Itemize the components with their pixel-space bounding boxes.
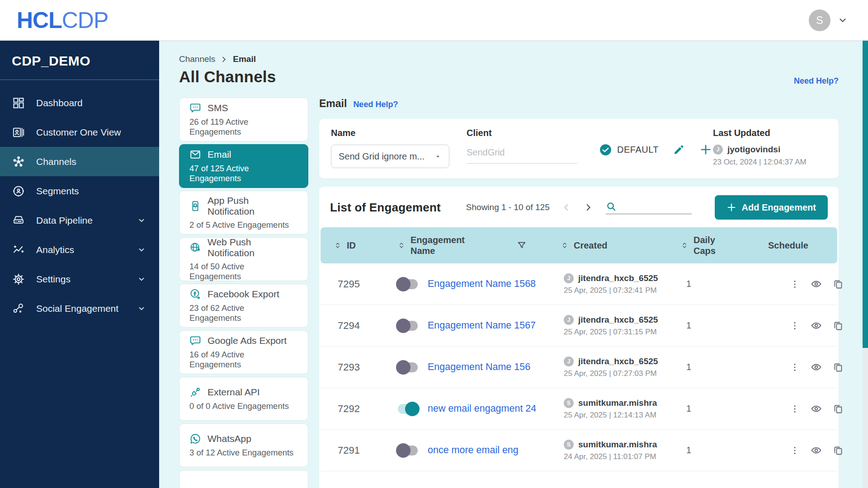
app-push-icon bbox=[189, 200, 201, 212]
client-input[interactable] bbox=[467, 142, 577, 164]
prev-page-icon[interactable] bbox=[561, 202, 571, 212]
channel-name: WhatsApp bbox=[208, 433, 251, 444]
search-box[interactable] bbox=[606, 201, 692, 214]
filter-funnel-icon[interactable] bbox=[517, 240, 527, 250]
copy-icon[interactable] bbox=[833, 320, 844, 331]
chevron-down-icon[interactable] bbox=[137, 275, 146, 283]
created-by: jitendra_hxcb_6525 bbox=[578, 357, 658, 366]
created-by: jitendra_hxcb_6525 bbox=[578, 315, 658, 325]
edit-pencil-icon[interactable] bbox=[673, 144, 685, 155]
add-plus-icon[interactable] bbox=[699, 143, 712, 156]
updated-by: jyotigovindsi bbox=[727, 145, 780, 155]
kebab-menu-icon[interactable] bbox=[790, 279, 800, 289]
copy-icon[interactable] bbox=[833, 445, 844, 456]
sidebar-item-label: Channels bbox=[36, 156, 76, 167]
copy-icon[interactable] bbox=[833, 279, 844, 290]
eye-icon[interactable] bbox=[811, 320, 822, 331]
column-header-id: ID bbox=[347, 240, 356, 251]
kebab-menu-icon[interactable] bbox=[790, 362, 800, 372]
sidebar-item-label: Segments bbox=[36, 186, 79, 197]
eye-icon[interactable] bbox=[811, 278, 822, 290]
channel-name: Web Push Notification bbox=[208, 237, 298, 258]
chevron-down-icon[interactable] bbox=[838, 15, 848, 25]
eye-icon[interactable] bbox=[811, 361, 822, 373]
channel-card-partial[interactable] bbox=[179, 470, 308, 488]
logo-secondary: CDP bbox=[62, 8, 108, 33]
engagement-name-link[interactable]: Engagement Name 1567 bbox=[428, 320, 536, 331]
column-header-daily-caps: Daily Caps bbox=[693, 235, 722, 256]
engagement-name-link[interactable]: new email engagment 24 bbox=[428, 403, 536, 414]
copy-icon[interactable] bbox=[833, 362, 844, 373]
sidebar-item-social-engagement[interactable]: Social Engagement bbox=[0, 294, 159, 323]
channel-card-facebook-export[interactable]: Facebook Export 23 of 62 Active Engageme… bbox=[179, 284, 308, 328]
chevron-down-icon[interactable] bbox=[137, 305, 146, 313]
kebab-menu-icon[interactable] bbox=[790, 404, 800, 414]
table-header: ID Engagement Name bbox=[321, 227, 837, 263]
sidebar-item-settings[interactable]: Settings bbox=[0, 264, 159, 294]
engagement-id: 7295 bbox=[321, 278, 382, 290]
social-engagement-icon bbox=[12, 302, 25, 315]
sort-icon[interactable] bbox=[561, 240, 568, 250]
web-push-icon bbox=[189, 242, 201, 253]
chevron-down-icon[interactable] bbox=[137, 246, 146, 254]
engagement-id: 7291 bbox=[321, 445, 382, 456]
sort-icon[interactable] bbox=[681, 240, 688, 250]
engagement-toggle[interactable] bbox=[398, 321, 418, 331]
workspace-title: CDP_DEMO bbox=[0, 41, 159, 80]
channel-card-app-push[interactable]: App Push Notification 2 of 5 Active Enga… bbox=[179, 191, 308, 235]
sidebar-item-label: Customer One View bbox=[36, 127, 121, 138]
search-input[interactable] bbox=[621, 202, 689, 211]
channel-card-external-api[interactable]: External API 0 of 0 Active Engagements bbox=[179, 377, 308, 421]
created-at: 25 Apr, 2025 | 07:27:03 PM bbox=[564, 369, 666, 378]
need-help-link[interactable]: Need Help? bbox=[353, 100, 398, 109]
sidebar-item-label: Settings bbox=[36, 274, 71, 285]
kebab-menu-icon[interactable] bbox=[790, 321, 800, 331]
next-page-icon[interactable] bbox=[583, 202, 593, 212]
avatar[interactable]: S bbox=[809, 9, 830, 31]
scrollbar-thumb[interactable] bbox=[863, 41, 868, 348]
engagement-name-link[interactable]: Engagement Name 1568 bbox=[428, 278, 536, 290]
pagination-summary: Showing 1 - 10 of 125 bbox=[466, 202, 550, 212]
channel-card-sms[interactable]: SMS 26 of 119 Active Engagements bbox=[179, 98, 308, 141]
channel-card-google-ads-export[interactable]: Google Ads Export 16 of 49 Active Engage… bbox=[179, 330, 308, 374]
sidebar-item-label: Analytics bbox=[36, 244, 74, 255]
avatar: S bbox=[564, 398, 574, 408]
sidebar-item-data-pipeline[interactable]: Data Pipeline bbox=[0, 206, 159, 235]
sidebar-item-channels[interactable]: Channels bbox=[0, 147, 159, 176]
scrollbar[interactable] bbox=[863, 41, 868, 488]
eye-icon[interactable] bbox=[811, 403, 822, 414]
chevron-right-icon bbox=[221, 56, 227, 63]
last-updated-label: Last Updated bbox=[713, 128, 827, 138]
engagement-name-link[interactable]: once more email eng bbox=[428, 445, 519, 456]
channel-list: SMS 26 of 119 Active Engagements Email 4… bbox=[179, 98, 308, 488]
name-select[interactable]: Send Grid ignore m... bbox=[331, 145, 449, 168]
user-menu[interactable]: S bbox=[809, 9, 848, 31]
sidebar-item-dashboard[interactable]: Dashboard bbox=[0, 88, 159, 117]
channel-stats: 2 of 5 Active Engagements bbox=[189, 220, 298, 230]
need-help-link[interactable]: Need Help? bbox=[794, 76, 839, 86]
copy-icon[interactable] bbox=[833, 404, 844, 414]
engagement-toggle[interactable] bbox=[398, 446, 418, 455]
add-engagement-button[interactable]: Add Engagement bbox=[715, 195, 828, 220]
engagement-toggle[interactable] bbox=[398, 279, 418, 289]
kebab-menu-icon[interactable] bbox=[790, 446, 800, 455]
channel-card-email[interactable]: Email 47 of 125 Active Engagements bbox=[179, 144, 308, 188]
created-at: 24 Apr, 2025 | 11:01:07 PM bbox=[564, 452, 666, 461]
sidebar-item-customer-one-view[interactable]: Customer One View bbox=[0, 117, 159, 147]
chevron-down-icon[interactable] bbox=[137, 216, 146, 225]
column-header-engagement-name: Engagement Name bbox=[410, 235, 478, 256]
breadcrumb-parent[interactable]: Channels bbox=[179, 54, 215, 64]
updated-at: 23 Oct, 2024 | 12:04:37 AM bbox=[713, 158, 827, 167]
channel-card-whatsapp[interactable]: WhatsApp 3 of 12 Active Engagements bbox=[179, 423, 308, 467]
sort-icon[interactable] bbox=[398, 240, 405, 250]
sort-icon[interactable] bbox=[334, 240, 341, 250]
sidebar-item-segments[interactable]: Segments bbox=[0, 176, 159, 206]
channel-card-web-push[interactable]: Web Push Notification 14 of 50 Active En… bbox=[179, 237, 308, 281]
daily-caps-value: 1 bbox=[666, 320, 750, 331]
engagement-toggle[interactable] bbox=[398, 404, 418, 414]
engagement-name-link[interactable]: Engagement Name 156 bbox=[428, 361, 530, 373]
sidebar-item-analytics[interactable]: Analytics bbox=[0, 235, 159, 264]
channel-stats: 16 of 49 Active Engagements bbox=[189, 350, 298, 370]
eye-icon[interactable] bbox=[811, 445, 822, 456]
engagement-toggle[interactable] bbox=[398, 362, 418, 372]
